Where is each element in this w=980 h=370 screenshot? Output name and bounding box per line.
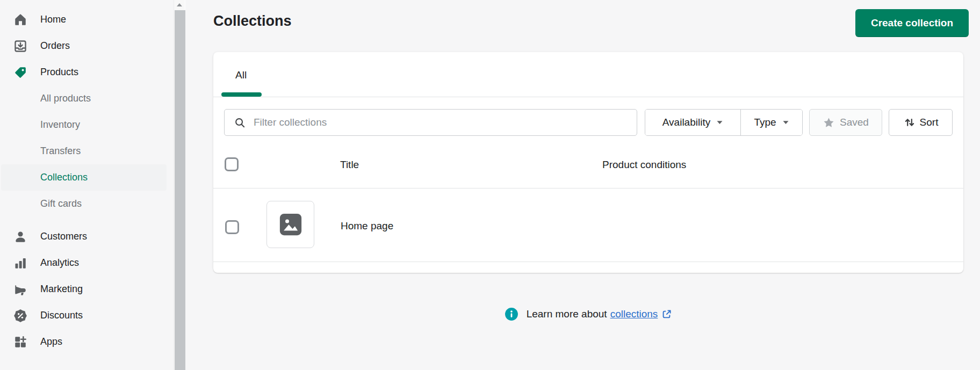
column-header-title: Title bbox=[340, 159, 359, 171]
sidebar-item-customers[interactable]: Customers bbox=[1, 223, 167, 250]
type-label: Type bbox=[754, 117, 776, 128]
sort-button[interactable]: Sort bbox=[889, 109, 953, 136]
sidebar-item-label: Orders bbox=[40, 40, 70, 52]
home-icon bbox=[13, 13, 27, 27]
table-row-divider bbox=[213, 262, 963, 262]
star-icon bbox=[823, 117, 835, 129]
sidebar-item-label: All products bbox=[40, 93, 91, 104]
filter-button-group: Availability Type bbox=[645, 109, 803, 136]
sidebar-item-label: Discounts bbox=[40, 310, 83, 321]
sidebar-item-label: Inventory bbox=[40, 119, 80, 130]
availability-filter-button[interactable]: Availability bbox=[645, 110, 740, 135]
column-header-product-conditions: Product conditions bbox=[602, 159, 686, 171]
vertical-scrollbar[interactable] bbox=[174, 0, 185, 370]
sidebar-item-label: Transfers bbox=[40, 146, 81, 157]
sort-arrows-icon bbox=[903, 116, 916, 129]
sidebar-item-label: Marketing bbox=[40, 284, 83, 295]
saved-label: Saved bbox=[840, 117, 869, 128]
chevron-down-icon bbox=[716, 120, 723, 125]
scrollbar-thumb[interactable] bbox=[175, 10, 185, 370]
sidebar-item-label: Analytics bbox=[40, 257, 79, 269]
collection-row-title[interactable]: Home page bbox=[341, 220, 393, 232]
sidebar-item-gift-cards[interactable]: Gift cards bbox=[1, 191, 167, 217]
sidebar-item-label: Collections bbox=[40, 172, 88, 183]
external-link-icon bbox=[661, 309, 672, 320]
filter-collections-search[interactable] bbox=[224, 109, 637, 136]
sidebar-item-label: Gift cards bbox=[40, 198, 82, 209]
row-checkbox[interactable] bbox=[225, 220, 239, 234]
sort-label: Sort bbox=[920, 117, 939, 128]
apps-icon bbox=[13, 335, 27, 349]
sidebar-nav: Home Orders Products bbox=[0, 0, 174, 370]
type-filter-button[interactable]: Type bbox=[740, 110, 802, 135]
sidebar-item-label: Apps bbox=[40, 336, 62, 347]
sidebar-item-transfers[interactable]: Transfers bbox=[1, 138, 167, 164]
table-header-divider bbox=[213, 188, 963, 188]
sidebar-item-discounts[interactable]: Discounts bbox=[1, 302, 167, 329]
sidebar-item-collections[interactable]: Collections bbox=[1, 164, 167, 191]
sidebar-item-analytics[interactable]: Analytics bbox=[1, 250, 167, 276]
collections-link[interactable]: collections bbox=[610, 308, 658, 320]
sidebar-item-products[interactable]: Products bbox=[1, 59, 167, 85]
page-title: Collections bbox=[213, 13, 292, 30]
sidebar-item-all-products[interactable]: All products bbox=[1, 85, 167, 112]
analytics-icon bbox=[13, 256, 27, 270]
collections-card: All Availability Type bbox=[213, 52, 963, 273]
collection-thumbnail[interactable] bbox=[266, 201, 314, 248]
image-placeholder-icon bbox=[279, 213, 302, 236]
learn-more-text: Learn more about bbox=[527, 308, 607, 320]
sidebar-item-orders[interactable]: Orders bbox=[1, 33, 167, 59]
tabs-divider bbox=[213, 97, 963, 97]
search-icon bbox=[234, 117, 246, 129]
sidebar-item-apps[interactable]: Apps bbox=[1, 329, 167, 355]
chevron-down-icon bbox=[782, 120, 789, 125]
search-input[interactable] bbox=[254, 110, 637, 135]
info-icon bbox=[505, 307, 518, 321]
learn-more-footer: Learn more about collections bbox=[213, 307, 963, 321]
customers-icon bbox=[13, 230, 27, 244]
marketing-icon bbox=[13, 282, 27, 296]
scroll-up-icon[interactable] bbox=[174, 0, 185, 10]
sidebar-item-home[interactable]: Home bbox=[1, 6, 167, 33]
create-collection-button[interactable]: Create collection bbox=[855, 9, 969, 37]
sidebar-item-marketing[interactable]: Marketing bbox=[1, 276, 167, 302]
orders-icon bbox=[13, 39, 27, 53]
sidebar-item-label: Customers bbox=[40, 231, 87, 242]
discounts-icon bbox=[13, 309, 27, 323]
products-icon bbox=[13, 66, 27, 79]
availability-label: Availability bbox=[662, 117, 710, 128]
select-all-checkbox[interactable] bbox=[225, 157, 239, 171]
main-content: Collections Create collection All Availa… bbox=[185, 0, 980, 370]
tab-all[interactable]: All bbox=[235, 69, 247, 81]
sidebar-item-inventory[interactable]: Inventory bbox=[1, 112, 167, 138]
sidebar-item-label: Home bbox=[40, 14, 66, 25]
shopify-admin-screen: Home Orders Products bbox=[0, 0, 980, 370]
tab-active-underline bbox=[221, 92, 262, 97]
sidebar-item-label: Products bbox=[40, 67, 78, 78]
saved-filters-button[interactable]: Saved bbox=[809, 109, 882, 136]
